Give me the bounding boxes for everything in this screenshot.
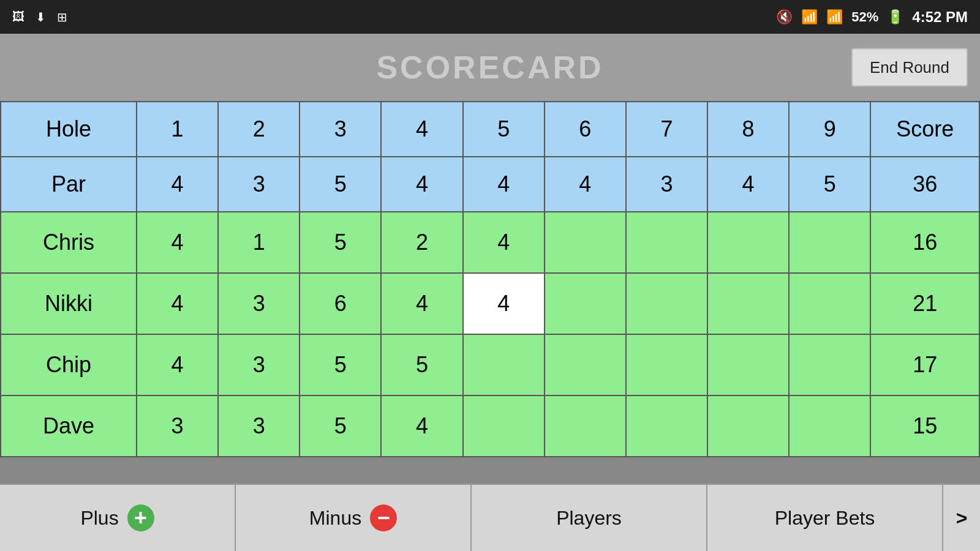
mute-icon: 🔇 (776, 9, 793, 25)
player-total-chip: 17 (870, 334, 979, 395)
par-9: 5 (789, 157, 870, 212)
player-score-nikki-hole-3[interactable]: 6 (300, 273, 381, 334)
battery-icon: 🔋 (887, 9, 903, 25)
hole-3: 3 (300, 102, 381, 157)
plus-icon: + (127, 504, 154, 531)
status-bar: 🖼 ⬇ ⊞ 🔇 📶 📶 52% 🔋 4:52 PM (0, 0, 980, 34)
wifi-icon: 📶 (801, 9, 818, 25)
hole-header-row: Hole 1 2 3 4 5 6 7 8 9 Score (1, 102, 979, 157)
player-row-chip: Chip435517 (1, 334, 979, 395)
par-total: 36 (870, 157, 979, 212)
player-score-chris-hole-4[interactable]: 2 (381, 212, 462, 273)
player-score-chip-hole-2[interactable]: 3 (218, 334, 300, 395)
status-icons-right: 🔇 📶 📶 52% 🔋 4:52 PM (776, 9, 968, 26)
player-score-chip-hole-6[interactable] (545, 334, 626, 395)
player-score-dave-hole-9[interactable] (789, 395, 870, 457)
player-score-dave-hole-3[interactable]: 5 (300, 395, 381, 457)
player-total-chris: 16 (870, 212, 979, 273)
player-score-nikki-hole-4[interactable]: 4 (381, 273, 462, 334)
score-label: Score (870, 102, 979, 157)
players-label: Players (556, 507, 622, 530)
player-score-chip-hole-8[interactable] (707, 334, 789, 395)
grid-icon: ⊞ (57, 10, 67, 24)
player-score-dave-hole-8[interactable] (707, 395, 789, 457)
hole-label: Hole (1, 102, 137, 157)
hole-4: 4 (381, 102, 462, 157)
hole-6: 6 (545, 102, 626, 157)
player-name-nikki: Nikki (1, 273, 137, 334)
par-8: 4 (707, 157, 789, 212)
par-4: 4 (381, 157, 462, 212)
next-button[interactable]: > (943, 485, 980, 551)
player-score-chris-hole-2[interactable]: 1 (218, 212, 300, 273)
minus-button[interactable]: Minus − (236, 485, 472, 551)
par-label: Par (1, 157, 137, 212)
player-score-nikki-hole-2[interactable]: 3 (218, 273, 300, 334)
player-score-chip-hole-9[interactable] (789, 334, 870, 395)
par-row: Par 4 3 5 4 4 4 3 4 5 36 (1, 157, 979, 212)
player-score-chris-hole-7[interactable] (626, 212, 707, 273)
player-name-dave: Dave (1, 395, 137, 457)
player-total-dave: 15 (870, 395, 979, 457)
player-score-chris-hole-3[interactable]: 5 (300, 212, 381, 273)
player-name-chip: Chip (1, 334, 137, 395)
player-score-chris-hole-5[interactable]: 4 (463, 212, 545, 273)
scorecard-title: SCORECARD (376, 49, 603, 86)
par-3: 5 (300, 157, 381, 212)
player-score-chip-hole-3[interactable]: 5 (300, 334, 381, 395)
player-score-nikki-hole-8[interactable] (707, 273, 789, 334)
player-score-dave-hole-7[interactable] (626, 395, 707, 457)
battery-label: 52% (851, 9, 878, 25)
status-icons-left: 🖼 ⬇ ⊞ (12, 10, 67, 24)
player-score-dave-hole-2[interactable]: 3 (218, 395, 300, 457)
player-score-nikki-hole-1[interactable]: 4 (137, 273, 218, 334)
players-button[interactable]: Players (472, 485, 707, 551)
signal-icon: 📶 (826, 9, 843, 25)
player-score-nikki-hole-6[interactable] (545, 273, 626, 334)
player-score-dave-hole-5[interactable] (463, 395, 545, 457)
next-label: > (956, 507, 968, 530)
image-icon: 🖼 (12, 10, 24, 24)
hole-9: 9 (789, 102, 870, 157)
minus-icon: − (370, 504, 397, 531)
player-score-chip-hole-5[interactable] (463, 334, 545, 395)
plus-label: Plus (80, 507, 118, 530)
player-score-dave-hole-1[interactable]: 3 (137, 395, 218, 457)
time-display: 4:52 PM (912, 9, 968, 26)
player-score-chip-hole-4[interactable]: 5 (381, 334, 462, 395)
player-row-chris: Chris4152416 (1, 212, 979, 273)
hole-5: 5 (463, 102, 545, 157)
par-1: 4 (137, 157, 218, 212)
hole-7: 7 (626, 102, 707, 157)
player-bets-label: Player Bets (775, 507, 875, 530)
player-score-nikki-hole-9[interactable] (789, 273, 870, 334)
hole-2: 2 (218, 102, 300, 157)
player-score-chris-hole-9[interactable] (789, 212, 870, 273)
end-round-button[interactable]: End Round (851, 48, 968, 87)
player-score-chip-hole-1[interactable]: 4 (137, 334, 218, 395)
hole-8: 8 (707, 102, 789, 157)
player-score-dave-hole-4[interactable]: 4 (381, 395, 462, 457)
player-total-nikki: 21 (870, 273, 979, 334)
player-row-nikki: Nikki4364421 (1, 273, 979, 334)
hole-1: 1 (137, 102, 218, 157)
player-score-chip-hole-7[interactable] (626, 334, 707, 395)
scorecard-area: Hole 1 2 3 4 5 6 7 8 9 Score Par 4 3 5 4… (0, 101, 980, 484)
plus-button[interactable]: Plus + (0, 485, 236, 551)
download-icon: ⬇ (36, 10, 46, 24)
par-2: 3 (218, 157, 300, 212)
par-7: 3 (626, 157, 707, 212)
player-score-chris-hole-6[interactable] (545, 212, 626, 273)
minus-label: Minus (309, 507, 361, 530)
player-score-nikki-hole-5[interactable]: 4 (463, 273, 545, 334)
header: SCORECARD End Round (0, 34, 980, 101)
player-score-nikki-hole-7[interactable] (626, 273, 707, 334)
player-bets-button[interactable]: Player Bets (707, 485, 943, 551)
player-score-chris-hole-8[interactable] (707, 212, 789, 273)
player-score-chris-hole-1[interactable]: 4 (137, 212, 218, 273)
scorecard-table: Hole 1 2 3 4 5 6 7 8 9 Score Par 4 3 5 4… (0, 101, 980, 457)
par-6: 4 (545, 157, 626, 212)
toolbar: Plus + Minus − Players Player Bets > (0, 484, 980, 551)
par-5: 4 (463, 157, 545, 212)
player-score-dave-hole-6[interactable] (545, 395, 626, 457)
